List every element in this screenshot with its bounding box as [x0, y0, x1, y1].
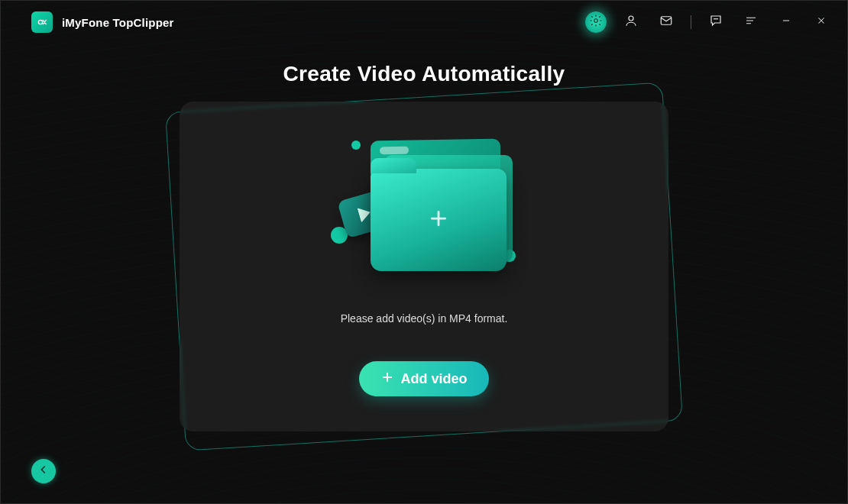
- app-logo-group: iMyFone TopClipper: [31, 11, 174, 33]
- svg-rect-3: [661, 17, 672, 25]
- account-button[interactable]: [620, 11, 642, 33]
- svg-point-0: [38, 20, 42, 24]
- close-icon: [816, 15, 827, 29]
- svg-point-1: [594, 19, 598, 23]
- gear-icon: [589, 14, 603, 31]
- minimize-button[interactable]: [775, 11, 797, 33]
- title-bar: iMyFone TopClipper: [1, 1, 847, 44]
- upload-card-wrap: Please add video(s) in MP4 format. Add v…: [180, 102, 668, 431]
- page-title: Create Video Automatically: [1, 62, 847, 86]
- upload-card: Please add video(s) in MP4 format. Add v…: [180, 102, 668, 431]
- app-title: iMyFone TopClipper: [62, 16, 174, 29]
- folder-front-layer: [371, 169, 507, 271]
- mail-button[interactable]: [655, 11, 677, 33]
- feedback-button[interactable]: [705, 11, 727, 33]
- settings-button[interactable]: [585, 11, 607, 33]
- chat-icon: [709, 14, 723, 31]
- plus-icon: [427, 207, 450, 233]
- svg-point-2: [629, 16, 633, 21]
- user-icon: [624, 14, 638, 31]
- folder-illustration: [325, 129, 523, 282]
- menu-icon: [744, 14, 758, 31]
- plus-icon: [380, 370, 394, 388]
- title-bar-separator: [691, 15, 691, 29]
- title-bar-actions: [585, 11, 832, 33]
- decor-dot: [351, 141, 361, 150]
- minimize-icon: [781, 15, 791, 29]
- add-video-button-label: Add video: [400, 371, 467, 387]
- upload-hint-text: Please add video(s) in MP4 format.: [341, 312, 508, 325]
- menu-button[interactable]: [740, 11, 762, 33]
- add-video-button[interactable]: Add video: [359, 361, 488, 396]
- app-logo-icon: [31, 11, 53, 33]
- back-button[interactable]: [31, 459, 56, 483]
- close-button[interactable]: [811, 11, 832, 33]
- mail-icon: [659, 14, 673, 31]
- arrow-left-icon: [37, 464, 50, 479]
